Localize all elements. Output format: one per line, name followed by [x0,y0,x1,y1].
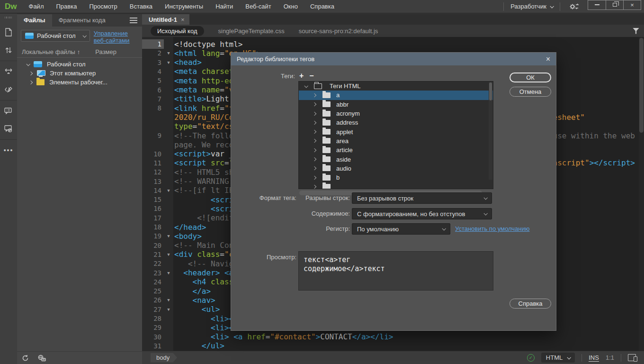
line-breaks-dropdown[interactable]: Без разрывов строк [352,192,492,204]
manage-sites-link[interactable]: Управление веб-сайтами [94,30,138,44]
chevron-right-icon[interactable] [313,175,316,179]
column-local-files[interactable]: Локальные файлы [22,48,75,55]
tag-item-a[interactable]: a [299,91,493,100]
chevron-right-icon[interactable] [313,185,316,189]
tag-item-applet[interactable]: applet [299,127,493,136]
menu-item[interactable]: Найти [209,0,239,13]
close-button[interactable]: × [623,0,641,9]
sort-ascending-icon[interactable]: ↑ [77,48,80,55]
file-activity-log-icon[interactable] [37,355,46,362]
chevron-right-icon[interactable] [313,148,316,152]
menu-item[interactable]: Окно [277,0,304,13]
tag-item-acronym[interactable]: acronym [299,109,493,118]
remove-tag-button[interactable]: − [309,72,313,80]
file-management-button[interactable] [0,41,17,59]
code-text: </head> [173,223,206,232]
dialog-titlebar[interactable]: Редактор библиотеки тегов × [231,53,556,65]
expand-all-button[interactable] [0,63,17,81]
filter-icon[interactable] [633,28,639,34]
tag-item-audio[interactable]: audio [299,164,493,173]
tag-selector-body[interactable]: body [151,353,177,363]
help-button[interactable]: Справка [510,299,551,309]
tag-item-abbr[interactable]: abbr [299,100,493,109]
menu-item[interactable]: Веб-сайт [239,0,277,13]
restore-button[interactable] [606,0,623,9]
chevron-right-icon[interactable] [29,80,33,84]
tab-files[interactable]: Файлы [17,14,52,27]
add-tag-button[interactable]: + [299,72,304,80]
menu-item[interactable]: Инструменты [159,0,209,13]
chevron-right-icon[interactable] [313,93,316,97]
workspace-switcher[interactable]: Разработчик [509,3,555,10]
chevron-down-icon[interactable] [26,62,30,66]
related-file-css[interactable]: singlePageTemplate.css [218,27,285,35]
chevron-right-icon[interactable] [313,121,316,125]
code-line[interactable]: 30 <li> <a href="#contact">CONTACT</a></… [142,332,644,342]
more-tools-button[interactable]: ••• [0,141,17,159]
sync-settings-button[interactable] [565,2,583,11]
chevron-right-icon[interactable] [313,157,316,161]
code-fold-icon[interactable]: ▼ [164,271,173,275]
tab-close-icon[interactable]: × [181,16,185,23]
preview-in-device-icon[interactable] [628,354,637,362]
refresh-icon[interactable] [22,355,29,362]
insert-mode-indicator[interactable]: INS [589,354,599,362]
menu-item[interactable]: Справка [304,0,340,13]
open-documents-button[interactable] [0,23,17,41]
tag-item-b[interactable]: b [299,173,493,182]
tree-row[interactable]: Этот компьютер [17,69,142,78]
scrollbar-thumb[interactable] [639,38,644,133]
chevron-down-icon[interactable] [304,84,308,88]
menu-item[interactable]: Правка [50,0,83,13]
code-fold-icon[interactable]: ▼ [164,252,173,257]
site-select-dropdown[interactable]: Рабочий стол [21,30,90,42]
tag-list-vertical-scrollbar[interactable] [489,82,492,180]
tree-row[interactable]: Рабочий стол [17,60,142,69]
doctype-dropdown[interactable]: HTML [541,353,575,363]
remove-comment-button[interactable] [0,120,17,138]
chevron-right-icon[interactable] [313,102,316,106]
column-size[interactable]: Размер [95,48,137,55]
scrollbar-thumb[interactable] [489,82,492,100]
apply-comment-button[interactable] [0,102,17,120]
case-dropdown[interactable]: По умолчанию [352,223,450,235]
set-default-link[interactable]: Установить по умолчанию [455,225,529,232]
code-line[interactable]: 31 </ul> [142,341,644,351]
tab-snippets[interactable]: Фрагменты кода [52,14,112,27]
format-source-button[interactable] [0,81,17,99]
chevron-right-icon[interactable] [313,139,316,143]
contents-dropdown[interactable]: С форматированием, но без отступов [352,208,492,219]
code-fold-icon[interactable]: ▼ [164,60,173,65]
dialog-close-icon[interactable]: × [546,55,550,63]
tag-item-address[interactable]: address [299,118,493,127]
cancel-button[interactable]: Отмена [510,87,551,97]
code-fold-icon[interactable]: ▼ [164,51,173,55]
code-line[interactable]: 1<!doctype html> [142,39,644,49]
related-file-source[interactable]: Исходный код [151,26,204,36]
tag-tree-root[interactable]: Теги HTML [299,82,493,91]
tag-item-partial[interactable] [299,182,493,189]
code-fold-icon[interactable]: ▼ [164,188,173,193]
minimize-button[interactable] [588,0,606,9]
code-fold-icon[interactable]: ▼ [164,234,173,238]
chevron-right-icon[interactable] [313,166,316,170]
tag-item-article[interactable]: article [299,146,493,155]
chevron-right-icon[interactable] [313,111,316,115]
document-tab[interactable]: Untitled-1 × [142,14,189,25]
chevron-right-icon[interactable] [313,130,316,134]
related-file-js[interactable]: source-sans-pro:n2:default.js [299,27,378,35]
panel-menu-button[interactable] [130,20,137,21]
tree-row[interactable]: Элементы рабочег... [17,78,142,87]
menu-item[interactable]: Вставка [124,0,159,13]
code-fold-icon[interactable]: ▼ [164,298,173,302]
menu-item[interactable]: Файл [23,0,50,13]
code-scrollbar[interactable] [639,37,644,351]
ok-button[interactable]: ОК [510,73,551,82]
code-fold-icon[interactable]: ▼ [164,307,173,312]
chevron-right-icon[interactable] [29,71,33,75]
toolbar-grip[interactable] [5,17,12,18]
tag-item-area[interactable]: area [299,136,493,146]
tag-item-aside[interactable]: aside [299,155,493,164]
gear-sync-icon [569,2,579,11]
menu-item[interactable]: Просмотр [83,0,123,13]
